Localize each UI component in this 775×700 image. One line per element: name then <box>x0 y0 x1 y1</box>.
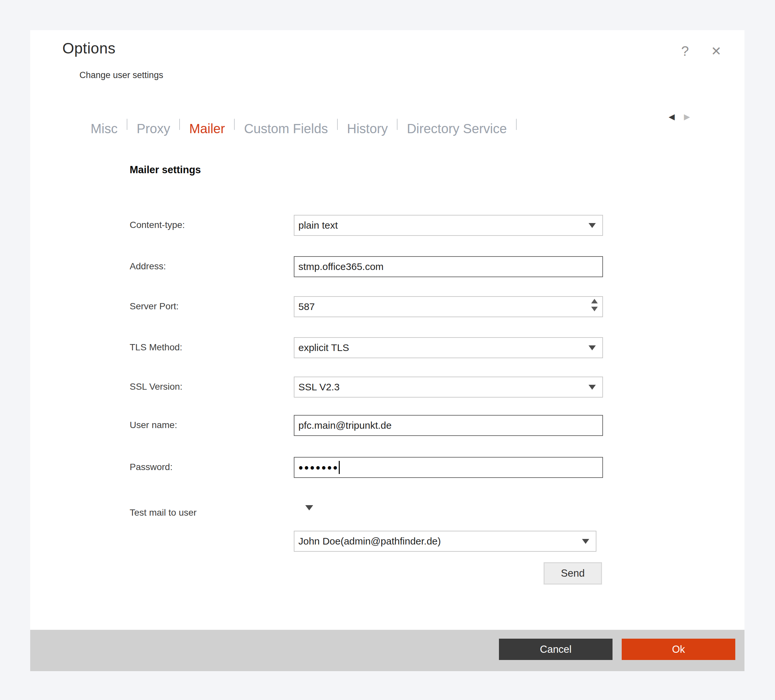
tls-method-label: TLS Method: <box>130 337 182 358</box>
close-icon[interactable]: ✕ <box>707 41 726 61</box>
test-mail-chevron-down-icon[interactable] <box>305 505 313 511</box>
footer-bar: Cancel Ok <box>30 630 745 671</box>
password-label: Password: <box>130 457 173 477</box>
tab-separator <box>397 119 397 130</box>
chevron-down-icon[interactable] <box>589 385 596 390</box>
tab-separator <box>127 119 127 130</box>
address-input[interactable]: stmp.office365.com <box>294 256 603 277</box>
user-name-value: pfc.main@tripunkt.de <box>298 420 392 431</box>
test-mail-recipient-value: John Doe(admin@pathfinder.de) <box>298 536 441 547</box>
chevron-down-icon[interactable] <box>582 539 589 544</box>
help-icon[interactable]: ? <box>675 41 695 61</box>
password-input[interactable]: ●●●●●●● <box>294 457 603 478</box>
cancel-button[interactable]: Cancel <box>499 639 612 660</box>
ssl-version-value: SSL V2.3 <box>298 382 340 393</box>
tab-separator <box>179 119 180 130</box>
chevron-down-icon[interactable] <box>589 223 596 228</box>
tab-scroll-right-icon[interactable]: ▶ <box>684 113 690 121</box>
tab-separator <box>516 119 517 130</box>
tab-directory-service[interactable]: Directory Service <box>405 121 509 136</box>
tab-custom-fields[interactable]: Custom Fields <box>242 121 330 136</box>
tab-scroll-left-icon[interactable]: ◀ <box>669 113 675 121</box>
password-masked-value: ●●●●●●● <box>298 463 338 472</box>
tab-misc[interactable]: Misc <box>89 121 120 136</box>
user-name-input[interactable]: pfc.main@tripunkt.de <box>294 415 603 436</box>
section-heading: Mailer settings <box>130 164 201 176</box>
address-value: stmp.office365.com <box>298 261 384 272</box>
dialog-subtitle: Change user settings <box>80 70 163 80</box>
content-type-dropdown[interactable]: plain text <box>294 215 603 236</box>
text-cursor <box>339 461 340 474</box>
options-dialog: Options Change user settings ? ✕ Misc Pr… <box>30 30 745 671</box>
chevron-down-icon[interactable] <box>589 345 596 350</box>
tab-mailer[interactable]: Mailer <box>187 121 227 136</box>
test-mail-recipient-dropdown[interactable]: John Doe(admin@pathfinder.de) <box>294 531 596 552</box>
address-label: Address: <box>130 256 166 277</box>
user-name-label: User name: <box>130 415 177 435</box>
ok-button[interactable]: Ok <box>622 639 735 660</box>
tab-scroll-controls: ◀ ▶ <box>669 113 690 121</box>
tls-method-value: explicit TLS <box>298 342 349 353</box>
tab-separator <box>337 119 338 130</box>
tab-separator <box>234 119 235 130</box>
stepper-arrows <box>591 299 598 311</box>
ssl-version-dropdown[interactable]: SSL V2.3 <box>294 377 603 398</box>
test-mail-label: Test mail to user <box>130 503 196 523</box>
tls-method-dropdown[interactable]: explicit TLS <box>294 337 603 358</box>
content-type-label: Content-type: <box>130 215 185 235</box>
send-button[interactable]: Send <box>544 562 602 584</box>
server-port-stepper[interactable]: 587 <box>294 296 603 317</box>
tab-proxy[interactable]: Proxy <box>135 121 172 136</box>
server-port-label: Server Port: <box>130 296 179 317</box>
tab-history[interactable]: History <box>345 121 390 136</box>
spin-down-icon[interactable] <box>591 307 598 311</box>
dialog-title: Options <box>62 39 116 57</box>
ssl-version-label: SSL Version: <box>130 377 183 397</box>
tab-bar: Misc Proxy Mailer Custom Fields History … <box>89 118 524 139</box>
spin-up-icon[interactable] <box>591 299 598 304</box>
server-port-value: 587 <box>298 301 315 312</box>
content-type-value: plain text <box>298 220 338 231</box>
